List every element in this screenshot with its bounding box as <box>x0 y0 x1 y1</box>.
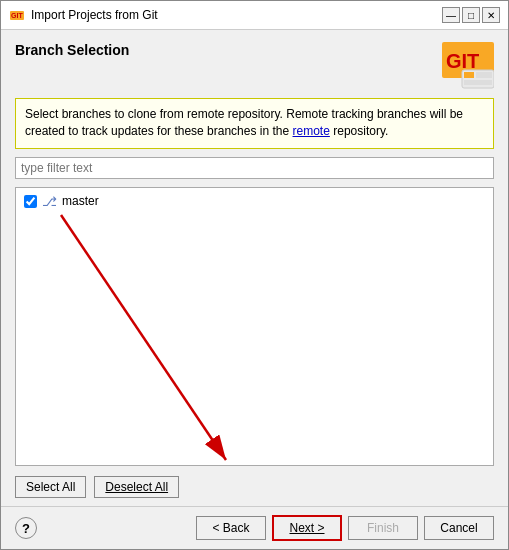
info-text-2: repository. <box>333 124 388 138</box>
svg-text:GIT: GIT <box>11 12 23 19</box>
header-row: Branch Selection GIT <box>15 42 494 90</box>
filter-input[interactable] <box>15 157 494 179</box>
window-title: Import Projects from Git <box>31 8 436 22</box>
window-icon: GIT <box>9 7 25 23</box>
branch-label-master: master <box>62 194 99 208</box>
info-link[interactable]: remote <box>293 124 330 138</box>
svg-text:GIT: GIT <box>446 50 479 72</box>
help-button[interactable]: ? <box>15 517 37 539</box>
maximize-button[interactable]: □ <box>462 7 480 23</box>
info-box: Select branches to clone from remote rep… <box>15 98 494 149</box>
deselect-all-button[interactable]: Deselect All <box>94 476 179 498</box>
branch-list: ⎇ master <box>15 187 494 466</box>
info-text-1: Select branches to clone from remote rep… <box>25 107 463 138</box>
svg-rect-7 <box>464 80 492 85</box>
back-button[interactable]: < Back <box>196 516 266 540</box>
page-title: Branch Selection <box>15 42 129 58</box>
main-content: Branch Selection GIT Select branches to … <box>1 30 508 506</box>
minimize-button[interactable]: — <box>442 7 460 23</box>
branch-item-master[interactable]: ⎇ master <box>20 192 489 211</box>
git-logo: GIT <box>442 42 494 90</box>
finish-button[interactable]: Finish <box>348 516 418 540</box>
title-bar: GIT Import Projects from Git — □ ✕ <box>1 1 508 30</box>
svg-rect-5 <box>464 72 474 78</box>
next-button[interactable]: Next > <box>272 515 342 541</box>
cancel-button[interactable]: Cancel <box>424 516 494 540</box>
select-all-button[interactable]: Select All <box>15 476 86 498</box>
select-buttons-row: Select All Deselect All <box>15 476 494 498</box>
window-controls[interactable]: — □ ✕ <box>442 7 500 23</box>
branch-checkbox-master[interactable] <box>24 195 37 208</box>
close-button[interactable]: ✕ <box>482 7 500 23</box>
branch-icon: ⎇ <box>42 194 57 209</box>
bottom-bar: ? < Back Next > Finish Cancel <box>1 506 508 549</box>
svg-rect-6 <box>476 72 492 78</box>
